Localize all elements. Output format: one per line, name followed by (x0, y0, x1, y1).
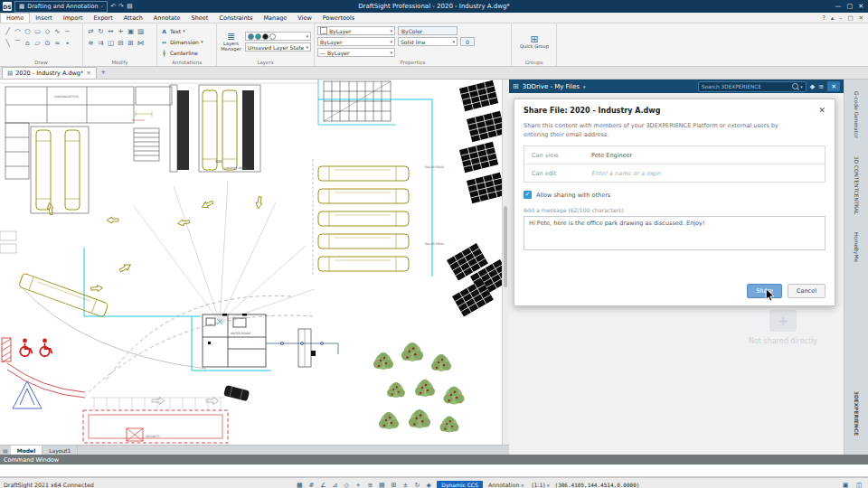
draw-tool-icon[interactable]: ╲ (3, 37, 13, 49)
new-tab-button[interactable]: + (97, 66, 110, 79)
scrollbar-thumb[interactable] (504, 206, 507, 287)
status-toggle-icon[interactable]: ⊿ (329, 480, 340, 488)
status-toggle-icon[interactable]: ⌖ (353, 480, 363, 488)
menu-item[interactable]: Sheet (186, 13, 214, 23)
draw-tool-icon[interactable]: ◇ (42, 25, 52, 37)
layer-color-dropdown[interactable]: ▾ (245, 32, 311, 41)
menu-item[interactable]: Constraints (213, 13, 258, 23)
centerline-tool[interactable]: ╂ Centerline (160, 47, 213, 58)
modify-tool-icon[interactable]: ≋ (86, 37, 96, 49)
draw-tool-icon[interactable]: ∿ (52, 25, 62, 37)
status-toggle-icon[interactable]: ▦ (294, 480, 305, 488)
dialog-close-icon[interactable]: ✕ (818, 107, 826, 115)
transparency-spinner[interactable]: 0 (460, 37, 475, 46)
modify-tool-icon[interactable]: ⇄ (86, 25, 96, 37)
scale-dropdown[interactable]: (1:1) ▾ (529, 482, 552, 488)
checkbox-checked-icon[interactable]: ✓ (524, 191, 532, 199)
linestyle-dropdown[interactable]: ByLayer ▾ (317, 37, 395, 46)
status-toggle-icon[interactable]: ≡ (364, 480, 375, 488)
draw-tool-icon[interactable]: ⌒ (13, 37, 23, 49)
tab-layout1[interactable]: Layout1 (42, 446, 78, 455)
status-toggle-icon[interactable]: # (306, 480, 316, 488)
cancel-button[interactable]: Cancel (788, 284, 826, 298)
modify-tool-icon[interactable]: + (116, 25, 126, 37)
vertical-scrollbar[interactable] (502, 80, 509, 445)
doc-close-icon[interactable]: ✕ (859, 14, 863, 22)
search-input[interactable]: Search 3DEXPERIENCE ▾ (698, 81, 807, 92)
menu-item[interactable]: Insert (30, 13, 58, 23)
collapse-ribbon-icon[interactable]: ▴ (831, 14, 834, 22)
menu-item[interactable]: Powertools (317, 13, 360, 23)
menu-item[interactable]: Import (58, 13, 89, 23)
draw-tool-icon[interactable]: ▱ (33, 37, 42, 49)
command-input[interactable] (0, 465, 868, 477)
tag-icon[interactable]: ◆ (810, 83, 815, 90)
hamburger-menu-icon[interactable]: ≡ (818, 83, 824, 90)
quick-group-button[interactable]: ⊞ Quick Group (514, 25, 554, 58)
workspace-selector[interactable]: ▦ Drafting and Annotation ▾ (14, 1, 108, 13)
menu-item[interactable]: Home (0, 13, 30, 23)
draw-tool-icon[interactable]: ≈ (52, 37, 62, 49)
modify-tool-icon[interactable]: ⊟ (116, 37, 126, 49)
doc-minimize-icon[interactable]: – (839, 14, 842, 22)
modify-tool-icon[interactable]: ↔ (106, 25, 116, 37)
help-icon[interactable]: ? (822, 14, 825, 22)
status-toggle-icon[interactable]: ⊞ (388, 480, 399, 488)
side-tab[interactable]: HomeByMe (854, 226, 859, 268)
quick-access-icon[interactable]: ▤ (127, 3, 133, 10)
panel-close-button[interactable]: ✕ (827, 81, 840, 91)
dynamic-ccs-toggle[interactable]: Dynamic CCS (437, 481, 483, 488)
status-right-icon[interactable]: ▣ (840, 480, 851, 488)
minimize-button[interactable]: — (835, 3, 842, 10)
status-toggle-icon[interactable]: ± (400, 480, 410, 488)
menu-item[interactable]: Attach (118, 13, 148, 23)
can-edit-row[interactable]: Can edit Enter a name or a login (524, 164, 825, 182)
quick-access-icon[interactable]: ↷ (118, 3, 124, 10)
command-window-titlebar[interactable]: Command Window (0, 455, 868, 465)
lineweight-dropdown[interactable]: — ByLayer ▾ (317, 48, 395, 57)
draw-tool-icon[interactable]: ┄ (62, 25, 72, 37)
maximize-button[interactable]: ▢ (847, 3, 854, 10)
quick-access-icon[interactable]: ↶ (110, 3, 116, 10)
layers-manager-button[interactable]: ≣ Layers Manager (220, 25, 242, 58)
document-tab[interactable]: ▤ 2020 - Industry A.dwg* ✕ (2, 67, 97, 79)
status-toggle-icon[interactable]: ↻ (411, 480, 422, 488)
line-color-dropdown[interactable]: ByLayer ▾ (317, 26, 395, 35)
modify-tool-icon[interactable]: ↻ (96, 25, 106, 37)
panel-title[interactable]: 3DDrive - My Files (523, 83, 580, 90)
modify-tool-icon[interactable]: ⋈ (136, 37, 146, 49)
draw-tool-icon[interactable]: ∙ (62, 37, 72, 49)
bycolor-field[interactable]: ByColor (398, 26, 458, 35)
draw-tool-icon[interactable]: ╱ (3, 25, 13, 37)
linepattern-dropdown[interactable]: Solid line ▾ (398, 37, 458, 46)
apps-grid-icon[interactable]: ⊞ (513, 82, 519, 90)
menu-item[interactable]: View (292, 13, 316, 23)
modify-tool-icon[interactable]: ▨ (136, 25, 146, 37)
draw-tool-icon[interactable]: ⌂ (23, 37, 33, 49)
allow-sharing-row[interactable]: ✓ Allow sharing with others (524, 191, 826, 199)
status-toggle-icon[interactable]: ◈ (423, 480, 434, 488)
close-button[interactable]: ✕ (858, 3, 863, 10)
can-view-row[interactable]: Can view Pete Engineer (524, 146, 825, 164)
annotation-scale-dropdown[interactable]: Annotation ▾ (486, 482, 526, 488)
dimension-tool[interactable]: ↔ Dimension ▾ (160, 36, 213, 47)
can-view-value[interactable]: Pete Engineer (591, 152, 632, 159)
modify-tool-icon[interactable]: ⇉ (96, 37, 106, 49)
message-textarea[interactable]: Hi Pete, here is the office park drawing… (524, 216, 826, 250)
can-edit-input[interactable]: Enter a name or a login (591, 170, 661, 177)
draw-tool-icon[interactable]: ◠ (13, 25, 23, 37)
side-tab[interactable]: 3D CONTENTCENTRAL (854, 150, 859, 221)
cad-drawing[interactable]: LOADING/OFFICE (0, 80, 503, 445)
doc-restore-icon[interactable]: ▢ (847, 14, 853, 22)
draw-tool-icon[interactable]: ▭ (33, 25, 42, 37)
layer-state-dropdown[interactable]: Unsaved Layer State ▾ (245, 42, 311, 52)
status-toggle-icon[interactable]: ▤ (376, 480, 387, 488)
menu-item[interactable]: Manage (258, 13, 292, 23)
modify-tool-icon[interactable]: ▣ (126, 25, 136, 37)
tab-model[interactable]: Model (11, 446, 43, 455)
side-tab[interactable]: G-code Generator (854, 85, 859, 145)
status-toggle-icon[interactable]: ◇ (341, 480, 352, 488)
draw-tool-icon[interactable]: ⊙ (42, 37, 52, 49)
menu-item[interactable]: Annotate (148, 13, 186, 23)
text-tool[interactable]: A Text ▾ (160, 25, 213, 36)
